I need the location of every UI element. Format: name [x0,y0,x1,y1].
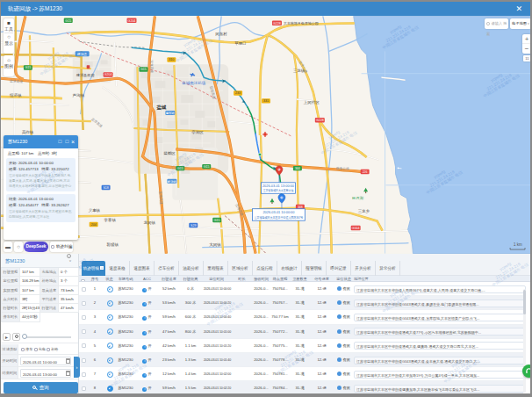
svg-text:义丰镇: 义丰镇 [89,208,101,213]
svg-text:沈海高速: 沈海高速 [234,203,245,217]
svg-text:盐都区: 盐都区 [163,151,176,155]
svg-text:S29: S29 [191,224,196,227]
svg-text:上冈社区: 上冈社区 [304,100,320,105]
svg-text:G204: G204 [128,19,136,23]
svg-text:G15: G15 [65,19,71,23]
svg-text:G15: G15 [177,167,183,170]
svg-text:大冈镇: 大冈镇 [209,242,221,248]
svg-text:G15: G15 [204,165,210,169]
svg-text:建军路: 建军路 [165,112,176,115]
svg-text:冈东村: 冈东村 [215,32,227,37]
svg-text:2026-03-01 13:00:00: 2026-03-01 13:00:00 [262,184,294,188]
svg-text:草堰口: 草堰口 [234,41,246,46]
svg-text:疏港公路: 疏港公路 [336,166,349,171]
svg-text:江苏省盐城市大丰区丰华街道人民路367号: 江苏省盐城市大丰区丰华街道人民路367号 [255,215,304,220]
svg-text:G228: G228 [273,22,281,25]
svg-text:226: 226 [363,170,368,174]
svg-text:233: 233 [235,91,241,95]
svg-text:盐淮高速: 盐淮高速 [10,78,24,83]
svg-text:盐城: 盐城 [155,105,166,111]
svg-text:B: B [281,196,283,199]
svg-text:建湖县: 建湖县 [76,52,88,56]
svg-text:三龙乡: 三龙乡 [358,209,370,213]
svg-text:解放路: 解放路 [168,179,177,184]
svg-text:沈海高速: 沈海高速 [149,60,155,73]
svg-text:2026-03-01 10:00:00: 2026-03-01 10:00:00 [262,210,294,214]
svg-text:郭猛镇: 郭猛镇 [107,242,119,248]
svg-text:盐靖高速: 盐靖高速 [209,85,217,99]
svg-text:G344: G344 [352,227,360,230]
svg-text:1 km: 1 km [514,242,522,247]
svg-text:G15: G15 [214,219,220,222]
svg-text:龙冈镇: 龙冈镇 [143,220,155,226]
svg-text:S18: S18 [103,186,108,190]
svg-text:亭湖区: 亭湖区 [191,130,204,135]
svg-text:盐城南洋机场: 盐城南洋机场 [182,81,205,86]
svg-text:恒济镇: 恒济镇 [9,93,22,97]
svg-text:芦沟镇: 芦沟镇 [72,93,85,98]
svg-text:G15: G15 [25,66,32,69]
svg-text:日月湖: 日月湖 [352,196,364,200]
svg-text:盐淮高速: 盐淮高速 [90,117,104,128]
svg-text:江苏省盐城市大丰区新丰镇: 江苏省盐城市大丰区新丰镇 [263,188,294,192]
svg-text:高作镇: 高作镇 [22,130,34,134]
svg-text:大丰荷塘月色湿地公园: 大丰荷塘月色湿地公园 [284,21,319,25]
svg-text:学富镇: 学富镇 [104,218,117,222]
svg-text:344: 344 [295,167,300,170]
svg-text:盐靖高速: 盐靖高速 [158,191,163,206]
svg-text:G204: G204 [104,73,112,76]
svg-text:G15: G15 [140,68,147,71]
svg-text:G228: G228 [316,119,324,122]
svg-text:204: 204 [91,223,97,227]
svg-text:331: 331 [263,99,269,103]
svg-text:建湖县政府: 建湖县政府 [76,73,95,77]
